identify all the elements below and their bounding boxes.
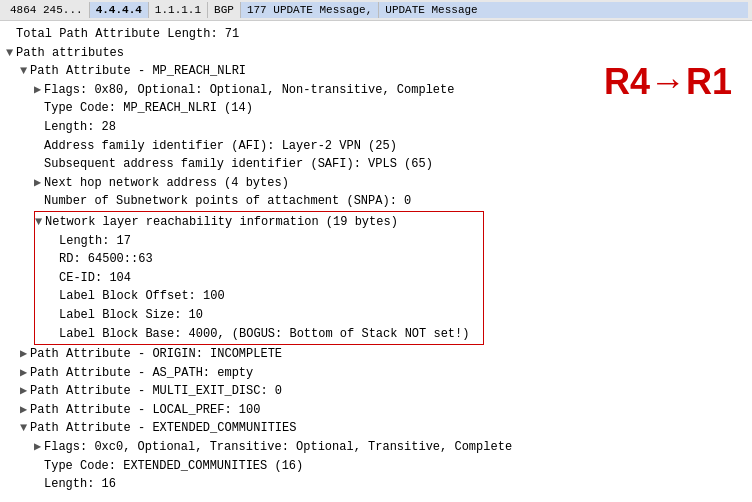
line-text: Path Attribute - MULTI_EXIT_DISC: 0 — [30, 384, 282, 398]
line-text: Label Block Size: 10 — [59, 308, 203, 322]
expand-icon[interactable]: ▶ — [34, 81, 44, 100]
header-col2: 4.4.4.4 — [90, 2, 149, 18]
line-item: Label Block Offset: 100 — [35, 287, 483, 306]
packet-content: R4→R1 Total Path Attribute Length: 71▼ P… — [0, 21, 752, 497]
line-item: Label Block Base: 4000, (BOGUS: Bottom o… — [35, 325, 483, 344]
header-col4: BGP — [208, 2, 241, 18]
line-item: ▶ Flags: 0xc0, Optional, Transitive: Opt… — [6, 438, 746, 457]
header-col3: 1.1.1.1 — [149, 2, 208, 18]
line-item: Total Path Attribute Length: 71 — [6, 25, 746, 44]
line-item: Length: 17 — [35, 232, 483, 251]
line-text: Flags: 0x80, Optional: Optional, Non-tra… — [44, 83, 454, 97]
line-item: ▼ Carried extended communities: (2 commu… — [6, 494, 746, 497]
line-text: Length: 28 — [44, 120, 116, 134]
line-text: Network layer reachability information (… — [45, 215, 398, 229]
header-col6: UPDATE Message — [379, 2, 748, 18]
line-item: RD: 64500::63 — [35, 250, 483, 269]
line-text: Total Path Attribute Length: 71 — [16, 27, 239, 41]
line-text: Path Attribute - LOCAL_PREF: 100 — [30, 403, 260, 417]
header-bar: 4864 245... 4.4.4.4 1.1.1.1 BGP 177 UPDA… — [0, 0, 752, 21]
line-item: ▼ Network layer reachability information… — [34, 211, 484, 345]
line-text: Path Attribute - MP_REACH_NLRI — [30, 64, 246, 78]
line-item: Label Block Size: 10 — [35, 306, 483, 325]
r4r1-annotation: R4→R1 — [604, 61, 732, 103]
line-item: Subsequent address family identifier (SA… — [6, 155, 746, 174]
line-item: Number of Subnetwork points of attachmen… — [6, 192, 746, 211]
header-col5: 177 UPDATE Message, — [241, 2, 379, 18]
line-text: Flags: 0xc0, Optional, Transitive: Optio… — [44, 440, 512, 454]
line-text: Path Attribute - AS_PATH: empty — [30, 366, 253, 380]
line-text: Path attributes — [16, 46, 124, 60]
line-text: CE-ID: 104 — [59, 271, 131, 285]
line-item: Length: 16 — [6, 475, 746, 494]
line-text: Subsequent address family identifier (SA… — [44, 157, 433, 171]
line-item: Type Code: EXTENDED_COMMUNITIES (16) — [6, 457, 746, 476]
line-item: Length: 28 — [6, 118, 746, 137]
line-text: Carried extended communities: (2 communi… — [44, 496, 368, 497]
line-text: Address family identifier (AFI): Layer-2… — [44, 139, 397, 153]
line-text: Path Attribute - ORIGIN: INCOMPLETE — [30, 347, 282, 361]
line-text: RD: 64500::63 — [59, 252, 153, 266]
expand-icon[interactable]: ▶ — [20, 382, 30, 401]
line-text: Next hop network address (4 bytes) — [44, 176, 289, 190]
line-item: ▼ Path attributes — [6, 44, 746, 63]
line-text: Label Block Base: 4000, (BOGUS: Bottom o… — [59, 327, 469, 341]
header-col1: 4864 245... — [4, 2, 90, 18]
expand-icon[interactable]: ▶ — [20, 401, 30, 420]
line-item: ▶ Path Attribute - MULTI_EXIT_DISC: 0 — [6, 382, 746, 401]
line-text: Length: 16 — [44, 477, 116, 491]
line-item: ▶ Path Attribute - AS_PATH: empty — [6, 364, 746, 383]
line-item: ▶ Path Attribute - LOCAL_PREF: 100 — [6, 401, 746, 420]
line-text: Type Code: EXTENDED_COMMUNITIES (16) — [44, 459, 303, 473]
collapse-icon[interactable]: ▼ — [6, 44, 16, 63]
collapse-icon[interactable]: ▼ — [35, 213, 45, 232]
line-item: Address family identifier (AFI): Layer-2… — [6, 137, 746, 156]
line-text: Length: 17 — [59, 234, 131, 248]
collapse-icon[interactable]: ▼ — [34, 494, 44, 497]
line-text: Number of Subnetwork points of attachmen… — [44, 194, 411, 208]
line-item: CE-ID: 104 — [35, 269, 483, 288]
expand-icon[interactable]: ▶ — [34, 174, 44, 193]
line-text: Label Block Offset: 100 — [59, 289, 225, 303]
expand-icon[interactable]: ▶ — [34, 438, 44, 457]
collapse-icon[interactable]: ▼ — [20, 419, 30, 438]
expand-icon[interactable]: ▶ — [20, 364, 30, 383]
line-item: ▼ Path Attribute - EXTENDED_COMMUNITIES — [6, 419, 746, 438]
line-text: Type Code: MP_REACH_NLRI (14) — [44, 101, 253, 115]
line-item: ▶ Path Attribute - ORIGIN: INCOMPLETE — [6, 345, 746, 364]
collapse-icon[interactable]: ▼ — [20, 62, 30, 81]
line-item: ▶ Next hop network address (4 bytes) — [6, 174, 746, 193]
line-text: Path Attribute - EXTENDED_COMMUNITIES — [30, 421, 296, 435]
expand-icon[interactable]: ▶ — [20, 345, 30, 364]
